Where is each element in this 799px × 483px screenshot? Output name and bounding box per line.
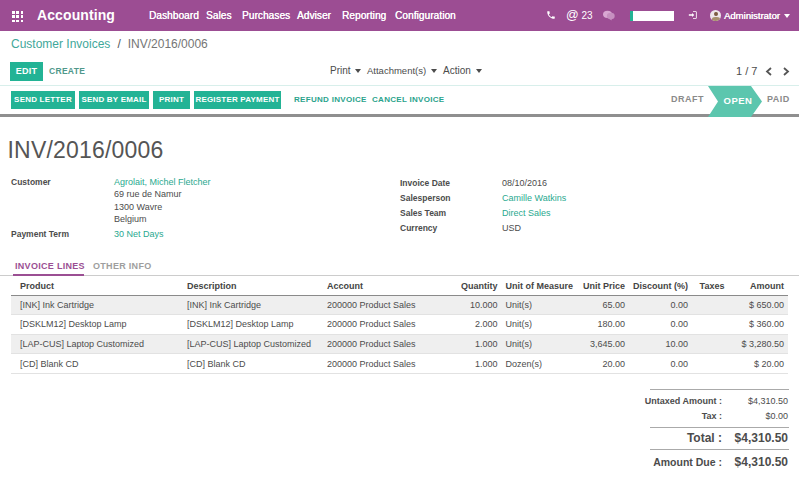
svg-text:OPEN: OPEN <box>724 95 753 106</box>
